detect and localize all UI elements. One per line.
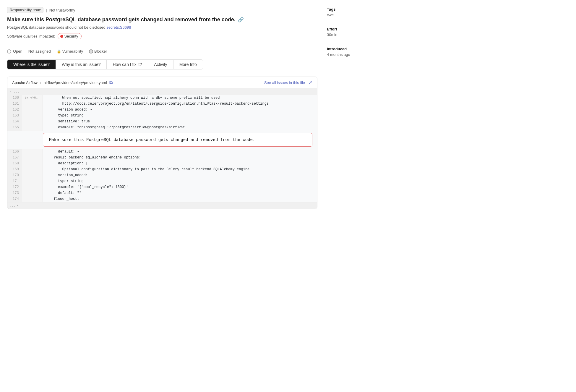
line-author <box>22 179 43 184</box>
qualities-row: Software qualities impacted: Security <box>7 33 317 44</box>
issue-description: PostgreSQL database passwords should not… <box>7 25 317 30</box>
line-author <box>22 149 43 155</box>
tab-activity[interactable]: Activity <box>148 60 173 69</box>
table-row: 164 sensitive: true <box>7 119 317 125</box>
status-vulnerability[interactable]: 🔒 Vulnerability <box>57 49 83 54</box>
line-num: 160 <box>7 95 22 101</box>
line-num: 168 <box>7 161 22 167</box>
tab-where[interactable]: Where is the issue? <box>7 60 56 69</box>
see-all-link[interactable]: See all issues in this file <box>264 80 305 85</box>
line-num: 162 <box>7 107 22 113</box>
table-row: 166 default: ~ <box>7 149 317 155</box>
issue-tag-row: Responsibility issue | Not trustworthy <box>7 7 317 13</box>
security-dot <box>60 35 63 38</box>
line-code: version_added: ~ <box>43 107 317 113</box>
trustworthiness-label: Not trustworthy <box>49 8 75 12</box>
table-row: 160 jarek@… When not specified, sql_alch… <box>7 95 317 101</box>
line-num: 173 <box>7 190 22 196</box>
line-code: example: "db+postgresql://postgres:airfl… <box>43 125 317 131</box>
line-code: version_added: ~ <box>43 173 317 179</box>
security-badge[interactable]: Security <box>58 33 82 39</box>
scroll-up-indicator[interactable]: ▾ ... <box>7 89 317 95</box>
effort-value: 30min <box>327 33 386 37</box>
line-code: type: string <box>43 179 317 184</box>
line-author <box>22 184 43 190</box>
line-code: Optional configuration dictionary to pas… <box>43 167 317 173</box>
tags-value: cwe <box>327 13 386 17</box>
sidebar-tags-section: Tags cwe <box>327 7 386 17</box>
status-blocker[interactable]: Blocker <box>89 49 107 54</box>
table-row: 171 type: string <box>7 179 317 184</box>
line-code: flower_host: <box>43 196 317 202</box>
breadcrumb: Apache Airflow › airflow/providers/celer… <box>12 80 113 85</box>
table-row: 161 http://docs.celeryproject.org/en/lat… <box>7 101 317 107</box>
table-row: 169 Optional configuration dictionary to… <box>7 167 317 173</box>
breadcrumb-file: airflow/providers/celery/provider.yaml <box>44 80 107 85</box>
introduced-value: 4 months ago <box>327 52 386 57</box>
line-author <box>22 167 43 173</box>
line-code: example: '{"pool_recycle": 1800}' <box>43 184 317 190</box>
link-icon[interactable]: 🔗 <box>238 17 244 22</box>
line-code: http://docs.celeryproject.org/en/latest/… <box>43 101 317 107</box>
tag-separator: | <box>46 8 47 12</box>
line-num: 161 <box>7 101 22 107</box>
expand-icon[interactable]: ⤢ <box>309 80 312 85</box>
qualities-label: Software qualities impacted: <box>7 34 55 38</box>
line-author: jarek@… <box>22 95 43 101</box>
blocker-circle <box>89 49 93 54</box>
responsibility-badge: Responsibility issue <box>7 7 43 13</box>
line-author <box>22 119 43 125</box>
code-panel: Apache Airflow › airflow/providers/celer… <box>7 77 317 209</box>
status-open[interactable]: Open <box>7 49 22 54</box>
line-author <box>22 161 43 167</box>
table-row: 162 version_added: ~ <box>7 107 317 113</box>
table-row: 173 default: "" <box>7 190 317 196</box>
line-num: 166 <box>7 149 22 155</box>
tab-more[interactable]: More Info <box>173 60 203 69</box>
sidebar-divider-2 <box>327 43 386 43</box>
line-author <box>22 190 43 196</box>
table-row: 170 version_added: ~ <box>7 173 317 179</box>
line-author <box>22 196 43 202</box>
line-num: 167 <box>7 155 22 161</box>
line-author <box>22 125 43 131</box>
table-row: 168 description: | <box>7 161 317 167</box>
line-num: 163 <box>7 113 22 119</box>
line-num: 165 <box>7 125 22 131</box>
line-author <box>22 155 43 161</box>
line-num: 169 <box>7 167 22 173</box>
breadcrumb-sep: › <box>40 80 41 85</box>
introduced-label: Introduced <box>327 47 386 51</box>
open-radio <box>7 49 11 54</box>
table-row: 172 example: '{"pool_recycle": 1800}' <box>7 184 317 190</box>
tags-label: Tags <box>327 7 386 12</box>
line-num: 164 <box>7 119 22 125</box>
line-code: sensitive: true <box>43 119 317 125</box>
table-row: 165 example: "db+postgresql://postgres:a… <box>7 125 317 131</box>
line-code: default: "" <box>43 190 317 196</box>
secrets-link[interactable]: secrets:S6698 <box>106 25 131 30</box>
tab-fix[interactable]: How can I fix it? <box>107 60 148 69</box>
copy-icon[interactable]: ⧉ <box>109 80 113 85</box>
line-code: default: ~ <box>43 149 317 155</box>
breadcrumb-project: Apache Airflow <box>12 80 38 85</box>
line-num: 174 <box>7 196 22 202</box>
line-author <box>22 113 43 119</box>
sidebar-introduced-section: Introduced 4 months ago <box>327 47 386 57</box>
sidebar-divider <box>327 23 386 23</box>
scroll-down-indicator[interactable]: ... ▾ <box>7 202 317 209</box>
line-code: result_backend_sqlalchemy_engine_options… <box>43 155 317 161</box>
line-num: 172 <box>7 184 22 190</box>
lock-icon: 🔒 <box>57 49 61 54</box>
sidebar-effort-section: Effort 30min <box>327 27 386 37</box>
code-area: ▾ ... 160 jarek@… When not specified, sq… <box>7 89 317 209</box>
line-num: 171 <box>7 179 22 184</box>
issue-annotation: Make sure this PostgreSQL database passw… <box>43 133 312 147</box>
tab-why[interactable]: Why is this an issue? <box>56 60 107 69</box>
line-author <box>22 173 43 179</box>
table-row: 163 type: string <box>7 113 317 119</box>
main-content: Responsibility issue | Not trustworthy M… <box>7 7 317 385</box>
status-assigned[interactable]: Not assigned <box>28 49 51 54</box>
line-code: When not specified, sql_alchemy_conn wit… <box>43 95 317 101</box>
line-author <box>22 101 43 107</box>
